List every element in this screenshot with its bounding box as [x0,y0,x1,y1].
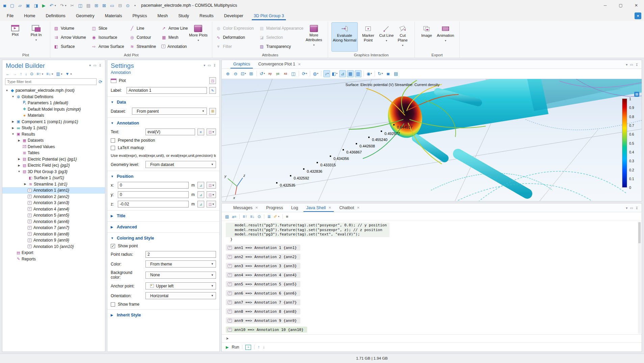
panel-menu-icon[interactable]: ▾ [89,63,91,67]
pin-panel-icon[interactable]: ↧ [99,63,102,67]
add-arrow-surface-button[interactable]: ⇨Arrow Surface [91,44,124,49]
show-legend-icon[interactable]: ▥ [355,70,361,77]
forward-icon[interactable]: → [13,72,17,76]
anchor-point-select[interactable]: Upper left▼ [145,282,216,289]
tree-node-annotation-5[interactable]: TAnnotation 5{ann5} [2,212,105,219]
close-tab-icon[interactable]: ✕ [298,62,301,66]
annotation-label-input[interactable] [127,87,207,94]
add-volume-button[interactable]: ▧Volume [54,26,86,31]
select-box-icon[interactable]: ▭ [110,3,114,8]
plot-in-button[interactable]: Plot In ▾ [26,22,47,52]
section-advanced[interactable]: ▶Advanced [111,225,216,229]
tree-node-electric-potential[interactable]: ▶▧Electric Potential (ec){pg1} [2,156,105,163]
clear-icon[interactable]: ✐ [274,214,277,219]
tree-node-component-1[interactable]: ▶▣Component 1 (comp1){comp1} [2,119,105,125]
tab-3d-plot-group-3[interactable]: 3D Plot Group 3 [253,11,285,20]
save-as-icon[interactable]: ◨ [34,3,38,8]
redo-icon[interactable]: ↷ [60,3,64,8]
tree-node-export[interactable]: ▤Export [2,250,105,256]
tab-graphics[interactable]: Graphics [229,60,254,68]
filter-icon[interactable]: ▼ [65,72,69,76]
tab-developer[interactable]: Developer [223,11,244,20]
insert-expression-icon[interactable]: ≡ [197,129,204,135]
z-position-input[interactable] [118,201,189,207]
animation-button[interactable]: Animation▾ [435,22,456,52]
zoom-box-icon[interactable]: ⊡▾ [240,70,247,77]
tab-java-shell[interactable]: Java Shell✕ [302,203,335,212]
add-line-button[interactable]: ╱Line [130,26,156,31]
run-icon[interactable]: ▶ [42,3,46,8]
paste-icon[interactable]: ▤ [86,3,90,8]
environment-icon[interactable]: ◍▾ [312,70,319,77]
scene-light-icon[interactable]: ◫ [290,70,297,77]
float-panel-icon[interactable]: ▭ [630,63,633,68]
cut-icon[interactable]: ✂ [71,3,74,8]
undo-dropdown-icon[interactable]: ▾ [55,4,56,7]
add-streamline-button[interactable]: ≋Streamline [130,44,156,49]
pin-panel-icon[interactable]: ↧ [636,206,638,212]
node-text-icon[interactable]: ▥ [56,72,60,76]
show-grid-icon[interactable]: ▦ [347,70,354,77]
evaluate-along-normal-button[interactable]: Evaluate Along Normal [331,22,358,52]
float-panel-icon[interactable]: ▭ [630,206,633,212]
panel-menu-icon[interactable]: ▾ [626,63,627,68]
tree-node-surface-1[interactable]: ◧Surface 1{surf1} [2,175,105,181]
tab-home[interactable]: Home [23,11,36,20]
float-panel-icon[interactable]: ▭ [208,63,211,67]
shell-scrollbar[interactable] [638,222,641,334]
tree-node-annotation-4[interactable]: TAnnotation 4{ann4} [2,206,105,213]
y-position-input[interactable] [118,191,189,198]
expression-menu-icon[interactable]: ◫▾ [207,129,216,135]
section-coloring-and-style[interactable]: ▼Coloring and Style [111,236,216,241]
y-menu-icon[interactable]: ◫▾ [207,191,216,198]
view-xy-icon[interactable]: xy [267,70,273,77]
save-icon[interactable]: ▣ [26,3,30,8]
go-to-view-icon[interactable]: ↺▾ [259,70,266,77]
tree-node-root[interactable]: ▼◆pacemaker_electrode.mph(root) [2,87,105,94]
tree-node-results[interactable]: ▼▣Results [2,131,105,138]
refresh-icon[interactable]: ⟳ [99,79,102,84]
deformation-button[interactable]: ∿Deformation [216,35,253,40]
open-file-icon[interactable]: ▱ [18,3,22,8]
dataset-select[interactable]: From parent▼ [132,108,207,115]
add-surface-button[interactable]: ◧Surface [54,44,86,49]
tree-node-3d-plot-group-3[interactable]: ▼▧3D Plot Group 3{pg3} [2,169,105,175]
show-point-checkbox[interactable]: ✓ Show point [111,244,216,248]
show-icon[interactable]: ⊙ [258,214,261,219]
find-icon[interactable]: ⊙ [126,3,130,8]
maximize-button[interactable]: ▢ [613,0,628,11]
pin-panel-icon[interactable]: ↧ [636,63,638,68]
tree-node-derived-values[interactable]: 8.85e-12Derived Values [2,144,105,150]
deselect-box-icon[interactable]: ⊟ [118,3,122,8]
tree-node-electric-field[interactable]: ▶▧Electric Field (ec){pg2} [2,162,105,169]
tree-node-default-model-inputs[interactable]: ❖Default Model Inputs{cminpt} [2,106,105,113]
update-plot-icon[interactable]: ↻▾ [377,70,384,77]
tree-node-annotation-7[interactable]: TAnnotation 7{ann7} [2,225,105,231]
add-annotation-button[interactable]: TAnnotation [161,44,188,49]
add-contour-button[interactable]: ◎Contour [130,35,156,40]
paste-icon[interactable]: ▤ [225,214,229,219]
more-attributes-button[interactable]: More Attributes▾ [303,22,324,52]
plot-window-icon[interactable]: ▤ [634,92,639,97]
undo-icon[interactable]: ↶ [50,3,53,8]
x-position-input[interactable] [118,182,189,189]
panel-menu-icon[interactable]: ▾ [204,63,205,67]
cut-line-button[interactable]: Cut Line▾ [379,22,394,52]
x-menu-icon[interactable]: ◫▾ [207,182,216,189]
delete-icon[interactable]: ⊠ [102,3,106,8]
indent-less-icon[interactable]: ≡↓ [250,214,254,219]
color-select[interactable]: From theme▼ [145,260,216,268]
tree-node-global-definitions[interactable]: ▼⊕Global Definitions [2,94,105,100]
print-icon[interactable]: ▤ [393,70,399,77]
show-axes-icon[interactable]: ⊿ [339,70,346,77]
redo-dropdown-icon[interactable]: ▾ [65,4,66,7]
indent-more-icon[interactable]: ≡↑ [243,214,247,219]
tree-node-annotation-10[interactable]: TAnnotation 10{ann10} [2,244,105,250]
marker-point-button[interactable]: Marker Point [358,22,379,52]
tab-chatbot[interactable]: Chatbot✕ [335,203,364,212]
tab-materials[interactable]: Materials [104,11,123,20]
z-range-icon[interactable]: ⊿ [197,201,204,207]
transparency-button[interactable]: ▨Transparency [259,44,303,49]
show-frame-checkbox[interactable]: Show frame [111,302,216,307]
section-position[interactable]: ▼Position [111,174,216,179]
